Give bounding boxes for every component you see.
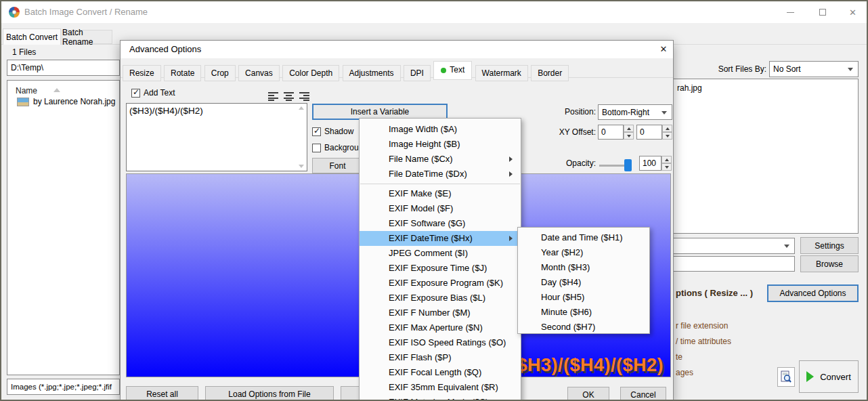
scroll-up-icon (299, 106, 304, 110)
file-list-header[interactable]: Name (16, 86, 37, 96)
close-icon: ✕ (849, 7, 856, 18)
title-bar: Batch Image Convert / Rename ✕ (1, 1, 867, 23)
submenu-item-second[interactable]: Second ($H7) (518, 320, 649, 334)
maximize-button[interactable] (807, 1, 838, 23)
spinner-up-icon[interactable] (662, 125, 672, 132)
options-heading: ptions ( Resize ... ) (676, 288, 753, 298)
xy-offset-label: XY Offset: (542, 127, 596, 137)
convert-button[interactable]: Convert (799, 360, 859, 393)
cancel-button[interactable]: Cancel (620, 387, 666, 401)
menu-item-file-name[interactable]: File Name ($Cx) (360, 152, 521, 167)
menu-item-file-datetime[interactable]: File DateTime ($Dx) (360, 167, 521, 182)
x-offset-input[interactable]: 0 (598, 125, 624, 140)
spinner-up-icon[interactable] (624, 125, 634, 132)
chevron-down-icon (784, 245, 789, 248)
file-name: by Laurence Norah.jpg (33, 97, 115, 106)
chevron-down-icon (661, 111, 667, 114)
spinner-down-icon[interactable] (662, 132, 672, 140)
output-file-item: rah.jpg (677, 83, 702, 93)
ok-button[interactable]: OK (567, 387, 609, 401)
menu-item-exif-exposure-time[interactable]: EXIF Exposure Time ($J) (360, 261, 521, 276)
x-offset-stepper[interactable] (624, 125, 634, 140)
tab-adjustments[interactable]: Adjustments (343, 65, 401, 81)
tab-active-indicator-icon (441, 68, 446, 73)
tab-resize[interactable]: Resize (123, 65, 161, 81)
position-combo[interactable]: Bottom-Right (598, 104, 672, 120)
path-input[interactable]: D:\Temp\ (7, 60, 120, 76)
shadow-checkbox[interactable]: Shadow (312, 127, 353, 136)
menu-item-exif-exposure-program[interactable]: EXIF Exposure Program ($K) (360, 276, 521, 291)
tab-canvas[interactable]: Canvas (238, 65, 280, 81)
menu-item-jpeg-comment[interactable]: JPEG Comment ($I) (360, 246, 521, 261)
file-list[interactable]: Name by Laurence Norah.jpg (7, 80, 120, 375)
scrollbar[interactable] (296, 104, 306, 170)
text-align-toolbar (268, 92, 310, 101)
menu-item-exif-focal-length[interactable]: EXIF Focal Length ($Q) (360, 365, 521, 380)
menu-item-image-width[interactable]: Image Width ($A) (360, 122, 521, 137)
y-offset-input[interactable]: 0 (636, 125, 662, 140)
tab-batch-convert[interactable]: Batch Convert (3, 28, 61, 45)
opacity-stepper[interactable] (661, 156, 672, 171)
submenu-item-month[interactable]: Month ($H3) (518, 260, 649, 275)
menu-item-image-height[interactable]: Image Height ($B) (360, 137, 521, 152)
tab-border[interactable]: Border (531, 65, 569, 81)
submenu-item-hour[interactable]: Hour ($H5) (518, 290, 649, 305)
tab-text[interactable]: Text (433, 61, 472, 80)
advanced-options-button[interactable]: Advanced Options (767, 284, 859, 302)
opacity-label: Opacity: (547, 159, 596, 168)
browse-button[interactable]: Browse (800, 255, 859, 272)
tab-watermark[interactable]: Watermark (475, 65, 528, 81)
align-right-icon[interactable] (299, 92, 310, 101)
minimize-button[interactable] (775, 1, 806, 23)
spinner-down-icon[interactable] (624, 132, 634, 140)
option-label-fragment: ages (676, 368, 693, 377)
scroll-down-icon (299, 165, 304, 168)
submenu-arrow-icon (509, 236, 513, 241)
spinner-up-icon[interactable] (661, 156, 672, 163)
menu-item-exif-exposure-bias[interactable]: EXIF Exposure Bias ($L) (360, 291, 521, 305)
file-thumbnail (17, 98, 29, 106)
close-button[interactable]: ✕ (838, 1, 868, 23)
datetime-submenu: Date and Time ($H1) Year ($H2) Month ($H… (517, 227, 650, 334)
dialog-close-button[interactable]: ✕ (655, 42, 672, 56)
add-text-checkbox[interactable]: Add Text (131, 88, 175, 98)
tab-rotate[interactable]: Rotate (164, 65, 201, 81)
opacity-input[interactable]: 100 (639, 156, 661, 171)
menu-item-exif-max-aperture[interactable]: EXIF Max Aperture ($N) (360, 320, 521, 335)
file-filter-combo[interactable]: Images (*.jpg;*.jpe;*.jpeg;*.jfif (7, 379, 120, 395)
align-left-icon[interactable] (268, 92, 279, 101)
tab-crop[interactable]: Crop (204, 65, 236, 81)
menu-item-exif-make[interactable]: EXIF Make ($E) (360, 186, 521, 201)
sort-files-combo[interactable]: No Sort (769, 61, 859, 77)
settings-button[interactable]: Settings (800, 237, 859, 254)
reset-all-button[interactable]: Reset all (126, 386, 198, 401)
submenu-item-minute[interactable]: Minute ($H6) (518, 305, 649, 320)
menu-item-exif-flash[interactable]: EXIF Flash ($P) (360, 350, 521, 365)
output-file-list[interactable]: rah.jpg (651, 79, 859, 234)
menu-item-exif-model[interactable]: EXIF Model ($F) (360, 201, 521, 216)
variable-menu: Image Width ($A) Image Height ($B) File … (359, 118, 521, 401)
spinner-down-icon[interactable] (661, 163, 672, 171)
menu-item-exif-datetime[interactable]: EXIF DateTime ($Hx) (360, 231, 521, 246)
menu-item-exif-metering-mode[interactable]: EXIF Metering Mode ($S) (360, 395, 521, 401)
text-input-area[interactable]: ($H3)/($H4)/($H2) (126, 103, 307, 171)
submenu-item-day[interactable]: Day ($H4) (518, 275, 649, 290)
dialog-title-bar: Advanced Options ✕ (121, 41, 673, 58)
minimize-icon (787, 12, 794, 13)
load-options-button[interactable]: Load Options from File (205, 386, 334, 401)
y-offset-stepper[interactable] (662, 125, 672, 140)
submenu-item-year[interactable]: Year ($H2) (518, 245, 649, 260)
tab-dpi[interactable]: DPI (404, 65, 431, 81)
menu-item-exif-software[interactable]: EXIF Software ($G) (360, 216, 521, 231)
align-center-icon[interactable] (284, 92, 295, 101)
checkbox-icon (312, 127, 321, 136)
tab-color-depth[interactable]: Color Depth (282, 65, 339, 81)
menu-item-exif-iso[interactable]: EXIF ISO Speed Ratings ($O) (360, 335, 521, 350)
menu-item-exif-35mm[interactable]: EXIF 35mm Equivalent ($R) (360, 380, 521, 395)
font-button[interactable]: Font (312, 158, 363, 173)
tab-batch-rename[interactable]: Batch Rename (62, 30, 112, 44)
opacity-slider-thumb[interactable] (624, 159, 632, 171)
submenu-item-date-and-time[interactable]: Date and Time ($H1) (518, 230, 649, 245)
preview-button[interactable] (777, 367, 795, 387)
menu-item-exif-f-number[interactable]: EXIF F Number ($M) (360, 305, 521, 320)
